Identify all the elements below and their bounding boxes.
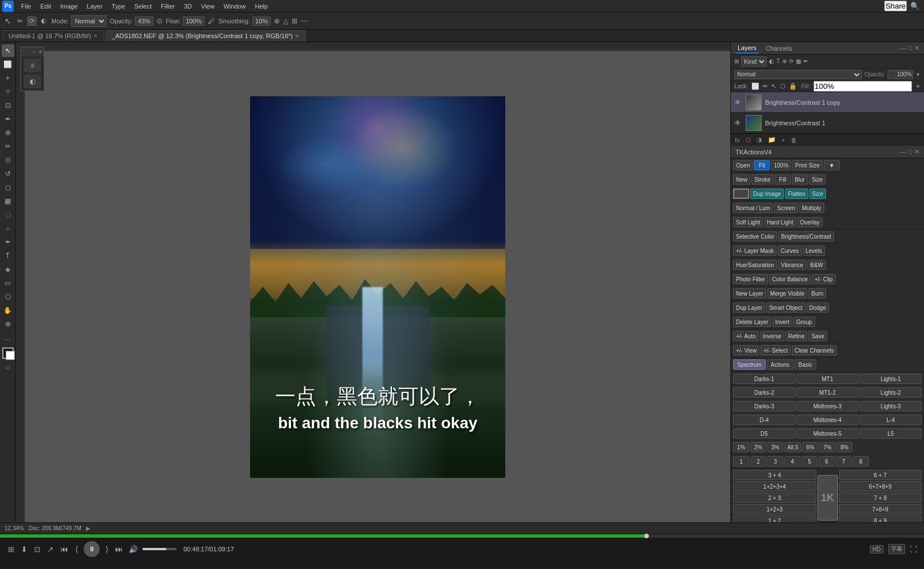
- tab-ads1802-close[interactable]: ✕: [295, 33, 300, 39]
- btn-7pct[interactable]: 7%: [819, 442, 835, 452]
- tool-shape[interactable]: ▭: [2, 277, 14, 289]
- tool-move-icon[interactable]: ↖: [3, 17, 13, 26]
- tab-basic[interactable]: Basic: [795, 359, 816, 370]
- btn-overlay[interactable]: Overlay: [797, 217, 822, 227]
- hd-label[interactable]: HD: [870, 545, 884, 554]
- btn-auto[interactable]: +/- Auto: [733, 331, 759, 341]
- tool-gradient[interactable]: ▦: [2, 195, 14, 207]
- lock-move[interactable]: ↖: [771, 83, 776, 90]
- layer-2-visibility[interactable]: 👁: [734, 119, 742, 127]
- btn-save[interactable]: Save: [808, 331, 827, 341]
- status-arrow[interactable]: ▶: [86, 525, 91, 531]
- opacity-value[interactable]: 43%: [135, 17, 153, 26]
- add-group-button[interactable]: 📁: [766, 136, 778, 144]
- tool-eraser[interactable]: ◻: [2, 181, 14, 194]
- btn-n1[interactable]: 1: [733, 456, 749, 466]
- lock-artboard[interactable]: ⬡: [780, 83, 786, 90]
- tool-mask-icon[interactable]: ◐: [40, 17, 48, 24]
- tk-panel-minimize[interactable]: —: [900, 148, 906, 155]
- lock-checkers[interactable]: ⬜: [751, 83, 759, 90]
- kind-select[interactable]: Kind: [741, 56, 767, 67]
- layers-panel-maximize[interactable]: □: [908, 44, 912, 52]
- tool-history[interactable]: ↺: [2, 167, 14, 180]
- btn-delete-layer[interactable]: Delete Layer: [733, 317, 771, 327]
- layer-item-2[interactable]: 👁 Brightness/Contrast 1: [731, 113, 924, 133]
- btn-dup-image[interactable]: Dup Image: [750, 189, 784, 199]
- btn-vibrance[interactable]: Vibrance: [778, 260, 806, 270]
- menu-view[interactable]: View: [197, 2, 219, 11]
- btn-multiply[interactable]: Multiply: [799, 203, 824, 213]
- btn-fill[interactable]: Fill: [775, 174, 791, 185]
- float-panel-minimize[interactable]: —: [32, 49, 37, 55]
- btn-l4[interactable]: L-4: [860, 415, 922, 425]
- menu-3d[interactable]: 3D: [180, 2, 196, 11]
- btn-new[interactable]: New: [733, 174, 750, 185]
- volume-icon[interactable]: 🔊: [129, 545, 138, 554]
- btn-6pct[interactable]: 6%: [802, 442, 818, 452]
- btn-6789[interactable]: 6+7+8+9: [839, 481, 922, 492]
- tool-pen[interactable]: ✒: [2, 236, 14, 248]
- btn-size-teal[interactable]: Size: [809, 189, 826, 199]
- fx-button[interactable]: fx: [733, 136, 742, 144]
- btn-darks3[interactable]: Darks-3: [733, 401, 795, 411]
- btn-merge-visible[interactable]: Merge Visible: [767, 288, 807, 298]
- btn-brightness-contrast[interactable]: Brightness/Contrast: [778, 231, 834, 241]
- btn-midtones3[interactable]: Midtones-3: [796, 401, 858, 411]
- menu-file[interactable]: File: [17, 2, 35, 11]
- btn-n2[interactable]: 2: [750, 456, 766, 466]
- btn-1k[interactable]: 1K: [817, 475, 838, 521]
- flow-value[interactable]: 100%: [183, 17, 205, 26]
- btn-8pct[interactable]: 8%: [836, 442, 852, 452]
- foreground-color[interactable]: [2, 347, 14, 359]
- tool-zoom[interactable]: ⊕: [2, 318, 14, 330]
- btn-n5[interactable]: 5: [802, 456, 817, 466]
- btn-all5[interactable]: All.5: [784, 442, 801, 452]
- btn-1pct[interactable]: 1%: [733, 442, 749, 452]
- layers-panel-minimize[interactable]: —: [900, 44, 906, 52]
- btn-d4[interactable]: D-4: [733, 415, 795, 425]
- btn-view[interactable]: +/- View: [733, 345, 759, 355]
- tool-active-icon[interactable]: ⟳: [27, 17, 36, 26]
- tool-dodge[interactable]: ○: [2, 222, 14, 235]
- btn-burn[interactable]: Burn: [808, 288, 826, 298]
- btn-1plus2[interactable]: 1 + 2: [733, 515, 816, 522]
- tab-untitled-close[interactable]: ✕: [93, 33, 98, 39]
- btn-789[interactable]: 7+8+9: [839, 504, 922, 514]
- blend-mode-select[interactable]: Normal: [734, 70, 862, 79]
- btn-dodge[interactable]: Dodge: [807, 302, 829, 313]
- btn-6plus7[interactable]: 6 + 7: [839, 470, 922, 480]
- btn-smart-object[interactable]: Smart Object: [766, 302, 805, 313]
- skip-back-button[interactable]: ⟨: [74, 543, 79, 555]
- tab-ads1802[interactable]: _ADS1802.NEF @ 12.3% (Brightness/Contras…: [105, 30, 306, 42]
- btn-layer-mask[interactable]: +/- Layer Mask: [733, 245, 776, 256]
- add-mask-button[interactable]: ◻: [744, 136, 753, 144]
- share-button[interactable]: Share: [884, 1, 907, 11]
- btn-dup-layer[interactable]: Dup Layer: [733, 302, 765, 313]
- tool-type[interactable]: T: [2, 249, 14, 262]
- btn-lights2[interactable]: Lights-2: [860, 387, 922, 398]
- menu-filter[interactable]: Filter: [157, 2, 178, 11]
- btn-3plus4[interactable]: 3 + 4: [733, 470, 816, 480]
- btn-refine[interactable]: Refine: [786, 331, 808, 341]
- btn-100pct[interactable]: 100%: [771, 160, 791, 170]
- btn-inverse[interactable]: Inverse: [760, 331, 784, 341]
- tool-path-select[interactable]: ◈: [2, 263, 14, 276]
- btn-8plus9[interactable]: 8 + 9: [839, 515, 922, 522]
- smoothing-value[interactable]: 10%: [252, 17, 271, 26]
- menu-select[interactable]: Select: [130, 2, 156, 11]
- btn-n3[interactable]: 3: [767, 456, 783, 466]
- btn-lights3[interactable]: Lights-3: [860, 401, 922, 411]
- delete-layer-button[interactable]: 🗑: [789, 136, 799, 144]
- tk-panel-maximize[interactable]: □: [908, 148, 912, 155]
- btn-stroke[interactable]: Stroke: [751, 174, 774, 185]
- add-layer-button[interactable]: +: [780, 136, 787, 144]
- download-icon[interactable]: ⬇: [20, 544, 28, 555]
- lock-brush[interactable]: ✏: [763, 83, 768, 90]
- btn-2pct[interactable]: 2%: [750, 442, 766, 452]
- btn-photo-filter[interactable]: Photo Filter: [733, 274, 768, 284]
- fill-input[interactable]: [813, 81, 912, 92]
- layer-item-1[interactable]: 👁 Brightness/Contrast 1 copy: [731, 92, 924, 113]
- btn-1234[interactable]: 1+2+3+4: [733, 481, 816, 492]
- menu-image[interactable]: Image: [56, 2, 82, 11]
- btn-n4[interactable]: 4: [784, 456, 800, 466]
